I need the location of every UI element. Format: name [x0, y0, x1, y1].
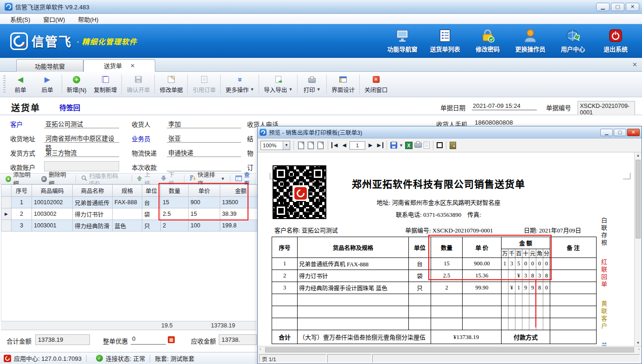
cell-price[interactable]: 15: [189, 208, 220, 220]
stop-icon[interactable]: [437, 142, 443, 148]
cell-price[interactable]: 900: [189, 197, 220, 208]
col-header[interactable]: 单价: [189, 185, 220, 197]
confirm-button[interactable]: 确认开单: [123, 74, 153, 95]
cell-qty[interactable]: 2: [161, 220, 189, 232]
col-header[interactable]: 序号: [12, 185, 32, 197]
first-page-icon[interactable]: ◀: [331, 142, 339, 148]
banner-action-exit[interactable]: 退出系统: [596, 29, 636, 53]
edit-doc-button[interactable]: 修改单据: [156, 74, 186, 95]
cell-spec[interactable]: FAX-888: [113, 197, 142, 208]
col-header[interactable]: 规格: [113, 185, 142, 197]
whole-page-icon[interactable]: [298, 142, 304, 149]
cell-spec[interactable]: 蓝色: [113, 220, 142, 232]
actual-size-icon[interactable]: [318, 142, 324, 149]
prev-page-icon[interactable]: ◀: [341, 142, 347, 148]
preview-close-button[interactable]: ✕: [627, 129, 640, 136]
col-header[interactable]: 商品编码: [32, 185, 73, 197]
more-actions-button[interactable]: » 更多操作▼: [222, 74, 258, 95]
cell-qty[interactable]: 2.5: [161, 208, 189, 220]
tab-close-icon[interactable]: ✕: [130, 63, 135, 69]
calculator-icon[interactable]: ▦: [168, 336, 175, 343]
cell-qty[interactable]: 15: [161, 197, 189, 208]
cell-amount[interactable]: 13500: [220, 197, 262, 208]
cell-code[interactable]: 1003002: [32, 208, 73, 220]
cell-unit[interactable]: 台: [142, 197, 161, 208]
copy-new-button[interactable]: 复制新增: [90, 74, 121, 95]
close-window-button[interactable]: ✕ 关闭窗口: [361, 74, 391, 95]
prev-doc-button[interactable]: ◀ 前单: [7, 74, 34, 95]
scrollbar-thumb[interactable]: [265, 347, 634, 352]
logistics-input[interactable]: 申通快递: [167, 147, 241, 157]
cell-code[interactable]: 1003001: [32, 220, 73, 232]
page-number-input[interactable]: 1: [350, 141, 365, 150]
close-button[interactable]: ✕: [626, 3, 639, 11]
last-page-icon[interactable]: ▶: [375, 142, 383, 148]
scroll-up-icon[interactable]: ▲: [635, 153, 642, 157]
dropdown-caret-icon[interactable]: ▼: [399, 143, 403, 148]
menu-system[interactable]: 系统(S): [5, 14, 36, 25]
col-header[interactable]: 金额: [220, 185, 262, 197]
banner-action-operator[interactable]: 更换操作员: [510, 29, 550, 53]
col-header[interactable]: 单位: [142, 185, 161, 197]
cell-unit[interactable]: 袋: [142, 208, 161, 220]
cell-amount[interactable]: 38.39: [220, 208, 262, 220]
dropdown-caret-icon[interactable]: ▼: [283, 141, 290, 150]
address-input[interactable]: 河南省郑州市中原区建设路: [44, 132, 119, 143]
cell-index[interactable]: 3: [12, 220, 32, 232]
ui-design-button[interactable]: 界面设计: [328, 74, 358, 95]
preview-vertical-scrollbar[interactable]: ▲ ▼: [634, 152, 642, 346]
row-selector[interactable]: [1, 220, 12, 232]
next-page-icon[interactable]: ▶: [367, 142, 374, 148]
cell-amount[interactable]: 199.8: [220, 220, 262, 232]
col-header[interactable]: 数量: [161, 185, 189, 197]
row-selector[interactable]: [1, 197, 12, 208]
cell-name[interactable]: 得力订书针: [73, 208, 113, 220]
preview-maximize-button[interactable]: ▢: [614, 129, 626, 136]
ref-order-button[interactable]: 引用订单: [189, 74, 219, 95]
cell-name[interactable]: 兄弟普通纸传: [73, 197, 113, 208]
cell-code[interactable]: 100102002: [32, 197, 73, 208]
scroll-down-icon[interactable]: ▼: [635, 341, 642, 345]
exit-preview-icon[interactable]: [450, 142, 456, 149]
preview-print-icon[interactable]: [414, 143, 422, 148]
tabbar-close-icon[interactable]: ✕: [632, 61, 637, 68]
receiver-input[interactable]: 李加: [167, 118, 241, 128]
print-button[interactable]: 打印▼: [299, 74, 325, 95]
customer-input[interactable]: 亚拓公司测试: [44, 118, 119, 128]
row-selector-current[interactable]: ▶: [1, 208, 12, 220]
menu-window[interactable]: 窗口(W): [38, 14, 70, 25]
grid-row[interactable]: 3 1003001 得力经典防滑 蓝色 只 2 100 199.8: [1, 220, 262, 232]
tab-nav-window[interactable]: 功能导航窗: [16, 59, 83, 72]
new-doc-icon[interactable]: [424, 142, 430, 149]
maximize-button[interactable]: ▢: [611, 3, 624, 11]
cell-index[interactable]: 1: [12, 197, 32, 208]
banner-action-password[interactable]: 修改密码: [468, 29, 508, 53]
tab-delivery-order[interactable]: 送货单 ✕: [83, 59, 155, 72]
page-width-icon[interactable]: [308, 142, 314, 149]
salesman-input[interactable]: 张亚: [167, 132, 241, 143]
save-report-icon[interactable]: [390, 142, 397, 149]
scrollbar-thumb[interactable]: [636, 160, 641, 238]
col-header[interactable]: 商品名称: [73, 185, 113, 197]
zoom-select[interactable]: 100% ▼: [261, 141, 290, 150]
cell-name[interactable]: 得力经典防滑: [73, 220, 113, 232]
cell-spec[interactable]: [113, 208, 142, 220]
import-export-button[interactable]: 导入导出▼: [260, 74, 296, 95]
grid-row[interactable]: 1 100102002 兄弟普通纸传 FAX-888 台 15 900 1350…: [1, 197, 262, 208]
cell-price[interactable]: 100: [189, 220, 220, 232]
next-doc-button[interactable]: ▶ 后单: [34, 74, 61, 95]
banner-action-list[interactable]: 送货单列表: [425, 29, 465, 53]
scroll-left-icon[interactable]: ‹: [260, 347, 261, 351]
preview-horizontal-scrollbar[interactable]: ‹ ›: [258, 346, 642, 353]
preview-minimize-button[interactable]: ▁: [600, 129, 613, 136]
menu-help[interactable]: 帮助(H): [72, 14, 104, 25]
excel-export-icon[interactable]: X: [405, 142, 413, 149]
doc-date-input[interactable]: 2021-07-09 15:24: [472, 102, 537, 110]
cell-index[interactable]: 2: [12, 208, 32, 220]
minimize-button[interactable]: ▁: [596, 3, 610, 11]
scroll-right-icon[interactable]: ›: [638, 347, 640, 351]
ship-method-input[interactable]: 第三方物流: [44, 147, 119, 157]
banner-action-usercenter[interactable]: 用户中心: [553, 29, 593, 53]
cell-unit[interactable]: 只: [142, 220, 161, 232]
grid-row-current[interactable]: ▶ 2 1003002 得力订书针 袋 2.5 15 38.39: [1, 208, 262, 220]
